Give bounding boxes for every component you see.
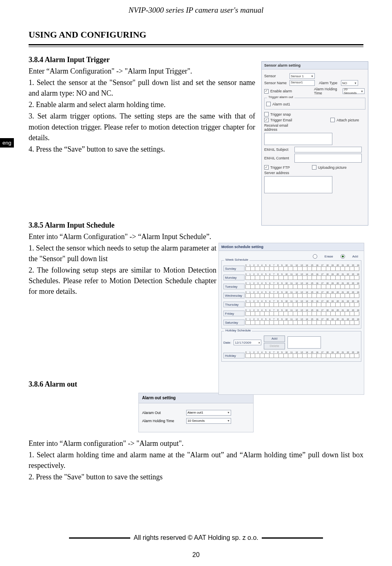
delete-holiday-button[interactable]: Delete bbox=[264, 343, 285, 349]
page-number: 20 bbox=[0, 551, 392, 559]
holiday-row-label: Holiday bbox=[223, 353, 245, 358]
date-picker[interactable]: 12/17/2009 ▴ bbox=[234, 340, 261, 345]
alarm-type-value: NO bbox=[342, 81, 347, 85]
email-subject-label: EMAIL Subject bbox=[264, 148, 293, 152]
uploading-picture-label: Uploading picture bbox=[318, 166, 347, 170]
day-label: Tuesday bbox=[223, 284, 245, 289]
server-address-textarea[interactable] bbox=[264, 176, 332, 193]
uploading-picture-checkbox[interactable] bbox=[312, 165, 316, 170]
schedule-timeline[interactable] bbox=[245, 320, 359, 325]
chevron-down-icon: ▼ bbox=[227, 419, 230, 423]
holiday-listbox[interactable] bbox=[287, 336, 321, 349]
sensor-select[interactable]: Sensor 1 ▼ bbox=[290, 73, 315, 79]
receival-email-textarea[interactable] bbox=[264, 133, 332, 145]
holiday-schedule-group: Holiday Schedule Date: 12/17/2009 ▴ Add … bbox=[221, 331, 361, 362]
schedule-timeline[interactable] bbox=[245, 302, 359, 307]
trigger-email-checkbox[interactable]: ✓ bbox=[264, 118, 269, 122]
alarm-out1-checkbox[interactable] bbox=[266, 102, 271, 106]
alarm-out-value: Alarm out1 bbox=[187, 410, 203, 415]
alarm-out-panel: Alarm out setting Alaram Out Alarm out1 … bbox=[138, 393, 254, 433]
add-radio[interactable] bbox=[341, 254, 345, 259]
panel-title: Sensor alarm setting bbox=[262, 62, 368, 69]
holding-time-value: 20 Seconds bbox=[344, 87, 359, 95]
group-legend: Week Schedule bbox=[224, 258, 249, 262]
divider bbox=[29, 44, 363, 47]
holiday-timeline[interactable] bbox=[245, 353, 359, 358]
text: 2. The following setup steps are similar… bbox=[29, 265, 216, 297]
alarm-holding-value: 10 Seconds bbox=[187, 418, 205, 423]
trigger-snap-label: Trigger snap bbox=[270, 112, 291, 116]
group-legend: Holiday Schedule bbox=[224, 329, 252, 332]
page-header: NVIP-3000 series IP camera user's manual bbox=[29, 0, 363, 15]
schedule-timeline[interactable] bbox=[245, 275, 359, 280]
spinner-icon: ▴ bbox=[258, 341, 260, 344]
text: 2. Enable alarm and select alarm holding… bbox=[29, 99, 255, 110]
text: 1. Select the sensor which needs to setu… bbox=[29, 243, 216, 264]
enable-alarm-label: Enable alarm bbox=[270, 89, 292, 93]
date-label: Date: bbox=[223, 341, 231, 345]
chevron-down-icon: ▼ bbox=[311, 75, 314, 78]
alarm-out-label: Alaram Out bbox=[142, 410, 183, 416]
alarm-type-select[interactable]: NO ▼ bbox=[341, 80, 358, 86]
text: Enter into “Alarm configuration" -> "Ala… bbox=[29, 438, 363, 449]
day-label: Wednesday bbox=[223, 293, 245, 298]
alarm-holding-select[interactable]: 10 Seconds ▼ bbox=[186, 418, 231, 424]
sensor-alarm-panel: Sensor alarm setting Sensor Sensor 1 ▼ S… bbox=[261, 61, 368, 226]
day-label: Thursday bbox=[223, 302, 245, 307]
day-label: Sunday bbox=[223, 266, 245, 271]
erase-label: Erase bbox=[325, 255, 333, 258]
trigger-snap-checkbox[interactable] bbox=[264, 112, 269, 116]
attach-picture-label: Attach picture bbox=[336, 118, 359, 122]
attach-picture-checkbox[interactable] bbox=[330, 118, 335, 122]
text: 3. Set alarm trigger options. The settin… bbox=[29, 111, 255, 143]
trigger-ftp-label: Trigger FTP bbox=[270, 166, 290, 170]
email-subject-input[interactable] bbox=[294, 147, 362, 152]
text: 1. Select alarm holding time and alarm n… bbox=[29, 450, 363, 471]
holding-time-select[interactable]: 20 Seconds ▼ bbox=[343, 88, 365, 94]
text: 1. Select the sensor at the "Sensor" pul… bbox=[29, 77, 255, 98]
text: Enter “Alarm Configuration" -> "Alarm In… bbox=[29, 66, 255, 76]
alarm-holding-label: Alarm Holding Time bbox=[142, 418, 183, 424]
day-label: Friday bbox=[223, 311, 245, 316]
alarm-type-label: Alarm Type bbox=[319, 81, 339, 85]
language-tab: eng bbox=[0, 138, 14, 148]
trigger-ftp-checkbox[interactable]: ✓ bbox=[264, 165, 269, 170]
schedule-timeline[interactable] bbox=[245, 311, 359, 316]
add-holiday-button[interactable]: Add bbox=[264, 336, 285, 342]
panel-title: Motion schedule setting bbox=[219, 243, 364, 251]
trigger-email-label: Trigger Email bbox=[270, 118, 292, 122]
text: 4. Press the “Save” button to save the s… bbox=[29, 144, 255, 154]
add-label: Add bbox=[352, 255, 358, 258]
sensor-value: Sensor 1 bbox=[291, 74, 304, 78]
chevron-down-icon: ▼ bbox=[361, 90, 363, 93]
holding-time-label: Alarm Holding Time bbox=[314, 87, 341, 95]
week-schedule-group: Week Schedule Sunday01234567891011121314… bbox=[221, 260, 361, 329]
alarm-out1-label: Alarm out1 bbox=[272, 102, 290, 106]
sensor-name-input[interactable]: Sensor1 bbox=[290, 80, 315, 86]
sensor-label: Sensor bbox=[264, 74, 288, 78]
email-content-input[interactable] bbox=[294, 154, 362, 163]
day-label: Monday bbox=[223, 275, 245, 280]
server-address-label: Server address bbox=[264, 171, 293, 175]
date-value: 12/17/2009 bbox=[235, 341, 251, 345]
schedule-timeline[interactable] bbox=[245, 293, 359, 298]
group-legend: Trigger alarm out bbox=[267, 95, 294, 99]
alarm-out-select[interactable]: Alarm out1 ▼ bbox=[186, 410, 231, 416]
receival-email-label: Receival email address bbox=[264, 123, 301, 132]
text: Enter into “Alarm Configuration" -> “Ala… bbox=[29, 231, 216, 242]
chevron-down-icon: ▼ bbox=[354, 82, 357, 85]
erase-radio[interactable] bbox=[313, 254, 317, 259]
section-heading: USING AND CONFIGURING bbox=[29, 29, 363, 40]
chevron-down-icon: ▼ bbox=[227, 411, 230, 415]
trigger-alarm-out-group: Trigger alarm out Alarm out1 bbox=[264, 98, 365, 110]
schedule-timeline[interactable] bbox=[245, 284, 359, 289]
sensor-name-label: Sensor Name bbox=[264, 81, 288, 85]
motion-schedule-panel: Motion schedule setting Erase Add Week S… bbox=[218, 243, 364, 395]
schedule-timeline[interactable] bbox=[245, 266, 359, 271]
text: 2. Press the "Save" button to save the s… bbox=[29, 472, 363, 482]
footer-text: All rights reserved © AAT Holding sp. z … bbox=[134, 534, 258, 541]
day-label: Saturday bbox=[223, 320, 245, 325]
enable-alarm-checkbox[interactable]: ✓ bbox=[264, 89, 269, 94]
email-content-label: EMAIL Content bbox=[264, 156, 293, 160]
footer: All rights reserved © AAT Holding sp. z … bbox=[0, 534, 392, 541]
